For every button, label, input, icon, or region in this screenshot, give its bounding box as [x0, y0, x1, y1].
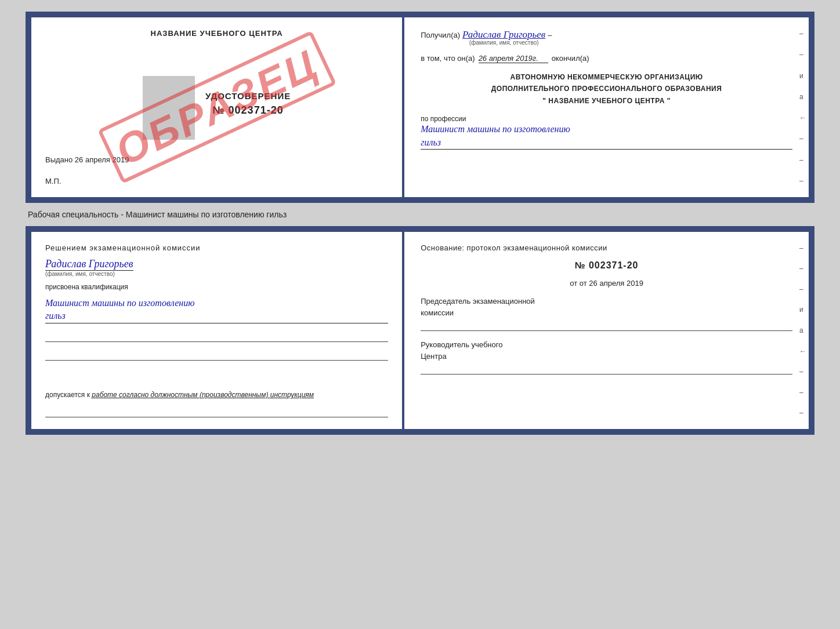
bottom-doc-left: Решением экзаменационной комиссии Радисл… — [31, 232, 404, 429]
underline-row-2 — [45, 351, 388, 361]
po-professii-block: по профессии Машинист машины по изготовл… — [421, 115, 792, 150]
rukovoditel-sign-line — [421, 365, 792, 375]
udostoverenie-number: № 002371-20 — [213, 104, 284, 117]
underline-row-1 — [45, 333, 388, 342]
bottom-document: Решением экзаменационной комиссии Радисл… — [26, 226, 814, 435]
side-dashes-top: – – и а ← – – – — [797, 17, 809, 197]
poluchil-dash: – — [548, 31, 552, 39]
familio-note-bottom: (фамилия, имя, отчество) — [45, 271, 115, 277]
separator-text: Рабочая специальность - Машинист машины … — [28, 210, 287, 219]
predsedatel-sign-line — [421, 322, 792, 331]
org-line-2: ДОПОЛНИТЕЛЬНОГО ПРОФЕССИОНАЛЬНОГО ОБРАЗО… — [421, 83, 792, 94]
resheniy-label: Решением экзаменационной комиссии — [45, 243, 388, 252]
okonchil-label: окончил(а) — [552, 54, 589, 63]
school-name-top: НАЗВАНИЕ УЧЕБНОГО ЦЕНТРА — [45, 29, 388, 38]
org-line-3: " НАЗВАНИЕ УЧЕБНОГО ЦЕНТРА " — [421, 95, 792, 107]
underline-row-3 — [45, 408, 388, 417]
kval-name: Машинист машины по изготовлению гильз — [45, 297, 388, 323]
dopuskaetsya-italic: работе согласно должностным (производств… — [92, 391, 314, 399]
protocol-number-bottom: № 002371-20 — [421, 260, 792, 271]
ot-date-bottom: от от 26 апреля 2019 — [421, 279, 792, 288]
mp-line: М.П. — [45, 177, 388, 186]
org-block: АВТОНОМНУЮ НЕКОММЕРЧЕСКУЮ ОРГАНИЗАЦИЮ ДО… — [421, 71, 792, 107]
po-professii-label: по профессии — [421, 115, 792, 123]
rukovoditel-label: Руководитель учебного Центра — [421, 339, 792, 375]
udostoverenie-label: УДОСТОВЕРЕНИЕ — [205, 91, 291, 101]
recipient-name-top: Радислав Григорьев — [462, 29, 545, 41]
top-doc-right: Получил(а) Радислав Григорьев (фамилия, … — [404, 17, 809, 197]
top-doc-left: НАЗВАНИЕ УЧЕБНОГО ЦЕНТРА ОБРАЗЕЦ УДОСТОВ… — [31, 17, 404, 197]
top-document: НАЗВАНИЕ УЧЕБНОГО ЦЕНТРА ОБРАЗЕЦ УДОСТОВ… — [26, 12, 814, 203]
familio-note-top: (фамилия, имя, отчество) — [469, 39, 539, 46]
recipient-name-bottom: Радислав Григорьев — [45, 258, 133, 271]
prisvoena-label: присвоена квалификация — [45, 283, 388, 291]
vtom-label: в том, что он(а) — [421, 54, 475, 63]
professiya-name-top: Машинист машины по изготовлению гильз — [421, 123, 792, 150]
dopuskaetsya-block: допускается к работе согласно должностны… — [45, 391, 388, 399]
osnovanie-label: Основание: протокол экзаменационной коми… — [421, 243, 792, 252]
bottom-doc-right: Основание: протокол экзаменационной коми… — [404, 232, 809, 429]
document-container: НАЗВАНИЕ УЧЕБНОГО ЦЕНТРА ОБРАЗЕЦ УДОСТОВ… — [26, 12, 814, 435]
predsedatel-label: Председатель экзаменационной комиссии — [421, 296, 792, 331]
poluchil-line: Получил(а) Радислав Григорьев (фамилия, … — [421, 29, 792, 46]
vtom-date: 26 апреля 2019г. — [479, 54, 548, 63]
vydano-line: Выдано 26 апреля 2019 — [45, 155, 388, 164]
udostoverenie-block: УДОСТОВЕРЕНИЕ № 002371-20 — [45, 68, 388, 140]
poluchil-label: Получил(а) — [421, 31, 460, 39]
vtom-line: в том, что он(а) 26 апреля 2019г. окончи… — [421, 54, 792, 63]
bottom-recipient-block: Радислав Григорьев (фамилия, имя, отчест… — [45, 258, 388, 277]
photo-placeholder — [143, 76, 195, 140]
org-line-1: АВТОНОМНУЮ НЕКОММЕРЧЕСКУЮ ОРГАНИЗАЦИЮ — [421, 71, 792, 83]
dopuskaetsya-label: допускается к — [45, 391, 90, 399]
side-dashes-bottom: – – – и а ← – – – — [797, 232, 809, 429]
